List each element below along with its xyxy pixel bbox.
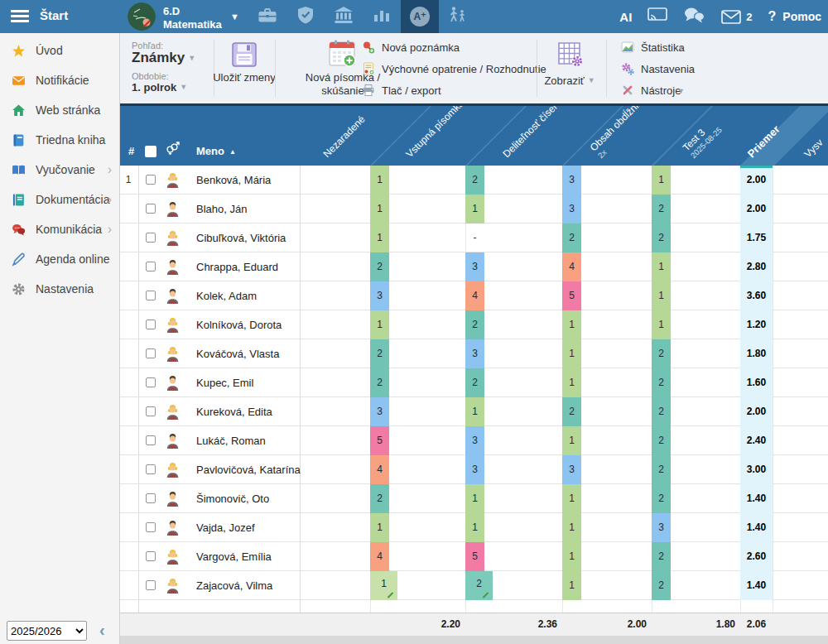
student-row[interactable]: Lukáč, Roman53122.40 <box>120 426 828 455</box>
grade-cell[interactable]: 2 <box>465 368 484 397</box>
sidebar-collapse-icon[interactable]: ‹ <box>99 621 105 640</box>
grade-cell[interactable]: 3 <box>465 426 484 455</box>
show-button[interactable]: Zobraziť▼ <box>534 74 605 88</box>
tools-caret-icon[interactable]: ▼ <box>677 87 685 95</box>
grade-cell[interactable]: 3 <box>562 166 581 195</box>
show-grid-icon[interactable] <box>556 40 584 71</box>
student-avatar[interactable] <box>165 461 181 482</box>
student-name[interactable]: Kolek, Adam <box>196 281 257 310</box>
sidebar-item-notifik-cie[interactable]: Notifikácie <box>0 65 119 95</box>
grade-cell[interactable]: 2 <box>465 571 493 600</box>
student-avatar[interactable] <box>165 200 181 221</box>
grade-cell[interactable]: 1 <box>562 513 581 542</box>
student-name[interactable]: Cibuľková, Viktória <box>196 223 286 252</box>
grade-cell[interactable]: 1 <box>562 339 581 368</box>
grade-cell[interactable]: 3 <box>652 513 671 542</box>
student-avatar[interactable] <box>165 577 181 598</box>
module-tab-bar-chart-icon[interactable] <box>363 0 401 33</box>
class-subject-selector[interactable]: 6.D Matematika <box>163 5 222 31</box>
sidebar-item--vod[interactable]: Úvod <box>0 36 119 65</box>
grade-cell[interactable]: 1 <box>562 310 581 339</box>
grade-cell[interactable]: 2 <box>562 223 581 252</box>
view-dropdown[interactable]: Známky▼ <box>132 50 195 66</box>
row-checkbox[interactable] <box>146 233 156 243</box>
module-tab-shield-check-icon[interactable] <box>286 0 325 33</box>
class-avatar[interactable] <box>128 2 156 31</box>
grade-cell[interactable]: 1 <box>562 426 581 455</box>
grade-cell[interactable]: 2 <box>652 368 671 397</box>
sidebar-item-agenda-online[interactable]: Agenda online <box>0 244 119 274</box>
student-avatar[interactable] <box>165 548 181 569</box>
sidebar-item-triedna-kniha[interactable]: Triedna kniha <box>0 125 119 155</box>
grade-cell[interactable]: 1 <box>562 542 581 571</box>
new-note-button[interactable]: Nová poznámka <box>362 41 460 54</box>
student-avatar[interactable] <box>165 229 181 250</box>
row-checkbox[interactable] <box>146 493 156 503</box>
grade-cell[interactable]: 2 <box>652 542 671 571</box>
settings-button[interactable]: Nastavenia <box>621 62 695 75</box>
chat-bubbles-icon[interactable] <box>683 7 705 26</box>
student-avatar[interactable] <box>165 374 181 395</box>
grade-cell[interactable]: 5 <box>562 281 581 310</box>
grade-cell[interactable]: 5 <box>465 542 484 571</box>
tools-button[interactable]: Nástroje <box>621 84 681 97</box>
student-row[interactable]: Vargová, Emília45122.60 <box>120 542 828 571</box>
grade-cell[interactable]: 3 <box>562 455 581 484</box>
grade-cell[interactable]: 2 <box>652 339 671 368</box>
row-checkbox[interactable] <box>146 406 156 416</box>
grade-cell[interactable]: 2 <box>370 252 389 281</box>
student-avatar[interactable] <box>165 287 181 308</box>
grade-cell[interactable]: 1 <box>370 571 397 600</box>
grade-cell[interactable]: 1 <box>652 310 671 339</box>
grade-cell[interactable]: 2 <box>652 571 671 600</box>
student-name[interactable]: Pavlovičová, Katarína <box>196 455 301 484</box>
row-checkbox[interactable] <box>146 377 156 387</box>
row-checkbox[interactable] <box>146 291 156 300</box>
student-row[interactable]: Pavlovičová, Katarína43323.00 <box>120 455 828 484</box>
row-checkbox[interactable] <box>146 522 156 532</box>
row-checkbox[interactable] <box>146 204 156 214</box>
row-checkbox[interactable] <box>146 175 156 185</box>
grade-cell[interactable]: 4 <box>370 455 389 484</box>
grade-cell[interactable]: 1 <box>562 368 581 397</box>
sidebar-item-vyu-ovanie[interactable]: Vyučovanie› <box>0 155 119 185</box>
mail-button[interactable]: 2 <box>721 10 752 24</box>
grade-cell[interactable]: 5 <box>370 426 389 455</box>
student-name[interactable]: Blaho, Ján <box>196 195 247 223</box>
grade-cell[interactable]: 2 <box>652 397 671 426</box>
grade-cell[interactable]: 1 <box>465 195 484 223</box>
class-dropdown-caret-icon[interactable]: ▼ <box>230 12 239 22</box>
grade-cell[interactable]: 1 <box>562 571 581 600</box>
student-avatar[interactable] <box>165 345 181 366</box>
save-icon[interactable] <box>230 41 258 72</box>
grade-cell[interactable]: 1 <box>370 195 389 223</box>
grade-cell[interactable]: 3 <box>465 455 484 484</box>
grade-cell[interactable]: 1 <box>370 223 389 252</box>
student-row[interactable]: Vajda, Jozef11131.40 <box>120 513 828 542</box>
student-avatar[interactable] <box>165 258 181 279</box>
grade-cell[interactable]: 3 <box>465 252 484 281</box>
statistics-button[interactable]: Štatistika <box>621 41 685 54</box>
ai-button[interactable]: AI <box>619 10 632 24</box>
help-button[interactable]: ? Pomoc <box>768 9 821 24</box>
student-avatar[interactable] <box>165 490 181 511</box>
grade-cell[interactable]: 1 <box>465 484 484 513</box>
grade-cell[interactable]: - <box>465 223 484 252</box>
grade-cell[interactable]: 2 <box>465 310 484 339</box>
grade-cell[interactable]: 3 <box>562 195 581 223</box>
grade-cell[interactable]: 2 <box>652 426 671 455</box>
column-header-4[interactable]: Obsah obdĺžnika2x <box>589 106 656 161</box>
student-name[interactable]: Lukáč, Roman <box>196 426 266 455</box>
statistics-caret-icon[interactable]: ▼ <box>677 44 685 52</box>
row-checkbox[interactable] <box>146 262 156 272</box>
row-checkbox[interactable] <box>146 580 156 590</box>
grade-cell[interactable]: 1 <box>652 252 671 281</box>
grade-cell[interactable]: 3 <box>465 339 484 368</box>
grade-cell[interactable]: 2 <box>652 484 671 513</box>
save-button[interactable]: Uložiť zmeny <box>211 71 277 84</box>
new-test-icon[interactable] <box>328 39 358 72</box>
module-tab-students-walking-icon[interactable] <box>439 0 477 33</box>
student-row[interactable]: Zajacová, Vilma12121.40 <box>120 571 828 600</box>
student-row[interactable]: 1Benková, Mária12312.00 <box>120 166 828 195</box>
student-row[interactable]: Cibuľková, Viktória1-221.75 <box>120 223 828 252</box>
